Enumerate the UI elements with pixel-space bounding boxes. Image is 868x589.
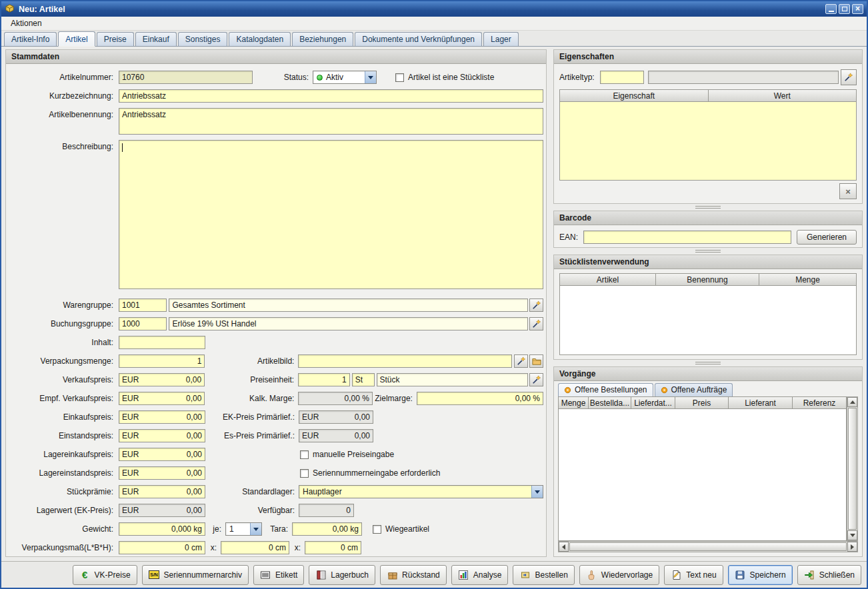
column-header-artikel[interactable]: Artikel (559, 273, 656, 286)
stuecklistenverwendung-table-body[interactable] (559, 286, 857, 355)
gewicht-input[interactable]: 0,000 kg (119, 522, 205, 536)
je-select[interactable]: 1 (225, 522, 262, 536)
preiseinheit-unit-code-field[interactable]: St (352, 373, 375, 386)
artikelbild-open-button[interactable] (529, 354, 543, 368)
status-select[interactable]: Aktiv (313, 71, 377, 84)
scroll-down-icon[interactable] (847, 530, 857, 540)
rueckstand-button[interactable]: Rückstand (380, 565, 447, 585)
artikelbild-lookup-button[interactable] (514, 354, 528, 368)
stueckpraemie-input[interactable]: EUR0,00 (119, 485, 205, 498)
einstandspreis-input[interactable]: EUR0,00 (119, 429, 205, 442)
column-header-lieferdatum[interactable]: Lieferdat... (631, 396, 675, 409)
menu-aktionen[interactable]: Aktionen (7, 18, 46, 29)
verkaufspreis-input[interactable]: EUR0,00 (119, 373, 205, 386)
close-icon[interactable]: × (852, 4, 863, 14)
seriennummerneingabe-checkbox[interactable] (300, 469, 309, 478)
scrollbar-thumb[interactable] (848, 408, 857, 530)
column-header-bestelldatum[interactable]: Bestellda... (589, 396, 631, 409)
column-header-benennung[interactable]: Benennung (656, 273, 759, 286)
bestellen-button[interactable]: Bestellen (513, 565, 574, 585)
preiseinheit-input[interactable]: 1 (298, 373, 350, 386)
verpackungsmass-l-input[interactable]: 0 cm (119, 541, 205, 554)
tab-preise[interactable]: Preise (97, 32, 134, 46)
artikeltyp-code-input[interactable] (600, 71, 644, 84)
column-header-menge[interactable]: Menge (558, 396, 589, 409)
maximize-icon[interactable] (839, 4, 850, 14)
warengruppe-name-field[interactable]: Gesamtes Sortiment (169, 298, 528, 312)
tab-sonstiges[interactable]: Sonstiges (178, 32, 228, 46)
buchungsgruppe-lookup-button[interactable] (529, 317, 543, 330)
preiseinheit-lookup-button[interactable] (529, 373, 543, 386)
standardlager-select[interactable]: Hauptlager (299, 485, 543, 498)
column-header-menge[interactable]: Menge (759, 273, 857, 286)
scrollbar-thumb[interactable] (569, 542, 847, 551)
generieren-button[interactable]: Generieren (797, 230, 857, 245)
eigenschaften-table-body[interactable] (559, 102, 857, 181)
buchungsgruppe-name-field[interactable]: Erlöse 19% USt Handel (169, 317, 528, 330)
artikelbenennung-input[interactable]: Antriebssatz (119, 108, 543, 135)
lagerbuch-button[interactable]: Lagerbuch (309, 565, 375, 585)
warengruppe-code-input[interactable]: 1001 (119, 298, 167, 312)
empf-verkaufspreis-input[interactable]: EUR0,00 (119, 392, 205, 405)
splitter-handle[interactable] (553, 204, 863, 211)
kurzbezeichnung-input[interactable]: Antriebssatz (119, 89, 543, 103)
speichern-button[interactable]: Speichern (728, 565, 793, 585)
tab-offene-bestellungen[interactable]: Offene Bestellungen (558, 383, 653, 396)
text-neu-button[interactable]: Text neu (664, 565, 723, 585)
ean-input[interactable] (583, 231, 791, 244)
column-header-wert[interactable]: Wert (709, 89, 857, 102)
tab-beziehungen[interactable]: Beziehungen (292, 32, 353, 46)
tab-artikel-info[interactable]: Artikel-Info (4, 32, 57, 46)
preiseinheit-unit-name-field[interactable]: Stück (377, 373, 528, 386)
tab-dokumente[interactable]: Dokumente und Verknüpfungen (355, 32, 482, 46)
buchungsgruppe-code-input[interactable]: 1000 (119, 317, 167, 330)
beschreibung-input[interactable] (119, 140, 543, 289)
tab-artikel[interactable]: Artikel (58, 31, 95, 47)
stueckliste-checkbox[interactable] (395, 73, 404, 82)
artikeltyp-lookup-button[interactable] (841, 69, 857, 85)
tara-input[interactable]: 0,00 kg (292, 522, 362, 536)
verpackungsmass-b-input[interactable]: 0 cm (221, 541, 289, 554)
scroll-right-icon[interactable] (847, 542, 857, 552)
tab-lager[interactable]: Lager (483, 32, 519, 46)
analyse-button[interactable]: Analyse (451, 565, 509, 585)
chevron-down-icon[interactable] (365, 71, 376, 83)
splitter-handle[interactable] (553, 360, 863, 366)
column-header-referenz[interactable]: Referenz (793, 396, 847, 409)
column-header-lieferant[interactable]: Lieferant (729, 396, 793, 409)
chevron-down-icon[interactable] (531, 486, 543, 498)
splitter-handle[interactable] (553, 248, 863, 255)
seriennummernarchiv-button[interactable]: S/N Seriennummernarchiv (142, 565, 249, 585)
vertical-scrollbar[interactable] (847, 396, 858, 541)
scroll-left-icon[interactable] (559, 542, 569, 552)
zielmarge-input[interactable]: 0,00 % (417, 392, 543, 405)
scroll-up-icon[interactable] (847, 397, 857, 407)
horizontal-scrollbar[interactable] (558, 541, 858, 552)
artikelnummer-input[interactable]: 10760 (119, 71, 253, 84)
tab-katalogdaten[interactable]: Katalogdaten (229, 32, 291, 46)
wiegeartikel-checkbox[interactable] (373, 525, 381, 534)
vorgaenge-table-body[interactable] (558, 409, 847, 541)
vk-preise-button[interactable]: € VK-Preise (73, 565, 137, 585)
column-header-preis[interactable]: Preis (675, 396, 729, 409)
inhalt-input[interactable] (119, 336, 205, 349)
column-header-eigenschaft[interactable]: Eigenschaft (559, 89, 709, 102)
tab-offene-auftraege[interactable]: Offene Aufträge (655, 383, 733, 396)
verpackungsmenge-input[interactable]: 1 (119, 354, 205, 368)
einkaufspreis-input[interactable]: EUR0,00 (119, 410, 205, 424)
tab-einkauf[interactable]: Einkauf (135, 32, 177, 46)
verpackungsmass-h-input[interactable]: 0 cm (305, 541, 361, 554)
schliessen-button[interactable]: Schließen (797, 565, 861, 585)
etikett-button[interactable]: Etikett (253, 565, 304, 585)
eigenschaft-remove-button[interactable]: × (839, 183, 857, 199)
minimize-icon[interactable] (825, 4, 837, 14)
artikelbild-input[interactable] (298, 354, 512, 368)
manuelle-preiseingabe-checkbox[interactable] (300, 450, 309, 459)
warengruppe-lookup-button[interactable] (529, 298, 543, 312)
lagereinstandspreis-input[interactable]: EUR0,00 (119, 466, 205, 480)
chevron-down-icon[interactable] (250, 523, 261, 535)
new-document-icon (671, 569, 682, 580)
ek-preis-primaerlief-field: EUR0,00 (299, 410, 373, 424)
wiedervorlage-button[interactable]: Wiedervorlage (579, 565, 659, 585)
lagereinkaufspreis-input[interactable]: EUR0,00 (119, 448, 205, 461)
